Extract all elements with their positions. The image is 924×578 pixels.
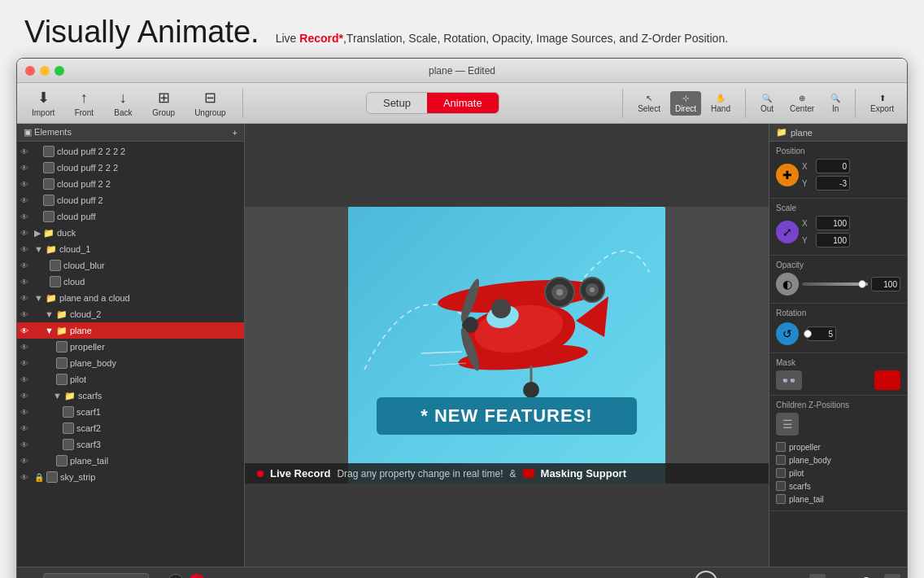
scale-x-input[interactable] (816, 216, 850, 230)
list-item[interactable]: 👁 plane_tail (17, 453, 244, 469)
scale-icon-button[interactable]: ⤢ (776, 221, 799, 243)
list-item[interactable]: 👁 ▼ 📁 cloud_2 (17, 306, 244, 322)
center-button[interactable]: ⊕ Center (785, 91, 819, 116)
import-button[interactable]: ⬇ Import (25, 85, 61, 120)
timeline-close-button[interactable]: ✕ (24, 576, 38, 579)
list-item[interactable]: 👁 cloud_blur (17, 257, 244, 274)
visibility-icon[interactable]: 👁 (20, 245, 32, 254)
list-item[interactable]: 👁 cloud puff 2 2 (17, 176, 244, 192)
scale-x-row: X (802, 216, 900, 230)
mask-color-swatch[interactable] (874, 370, 900, 390)
list-item[interactable]: 👁 ▼ 📁 scarfs (17, 388, 244, 404)
rotation-slider-thumb[interactable] (804, 330, 812, 338)
position-icon-button[interactable]: ✚ (776, 164, 799, 186)
group-button[interactable]: ⊞ Group (146, 85, 181, 120)
opacity-input[interactable] (871, 277, 900, 291)
direct-tool[interactable]: ⊹ Direct (670, 91, 701, 116)
list-item[interactable]: 👁 ▶ 📁 duck (17, 225, 244, 241)
z-item[interactable]: plane_body (776, 453, 900, 466)
list-item[interactable]: 👁 propeller (17, 339, 244, 355)
visibility-icon[interactable]: 👁 (20, 473, 32, 482)
list-item[interactable]: 👁 🔒 sky_strip (17, 469, 244, 485)
visibility-icon[interactable]: 👁 (20, 294, 32, 303)
z-item[interactable]: pilot (776, 466, 900, 479)
record-button[interactable] (189, 574, 205, 579)
play-button[interactable]: ▶ (695, 571, 717, 579)
scale-y-input[interactable] (816, 233, 850, 247)
list-item[interactable]: 👁 cloud puff 2 2 2 (17, 160, 244, 176)
rotation-icon-button[interactable]: ↺ (776, 322, 799, 345)
mask-icon[interactable]: 👓 (776, 370, 802, 390)
visibility-icon[interactable]: 👁 (20, 359, 32, 368)
visibility-icon[interactable]: 👁 (20, 408, 32, 417)
zoom-in-timeline-button[interactable]: + (884, 574, 900, 579)
item-label: cloud_1 (59, 244, 91, 254)
position-y-input[interactable] (816, 176, 850, 190)
window-buttons (25, 66, 64, 76)
zoom-out-timeline-button[interactable]: − (809, 574, 826, 579)
keyframe-diamond-button[interactable]: ◇ (154, 576, 163, 579)
visibility-icon[interactable]: 👁 (20, 375, 32, 384)
list-item[interactable]: 👁 cloud (17, 274, 244, 290)
list-item-plane[interactable]: 👁 ▼ 📁 plane (17, 322, 244, 339)
list-item[interactable]: 👁 scarf1 (17, 404, 244, 420)
ungroup-button[interactable]: ⊟ Ungroup (188, 85, 232, 120)
visibility-icon[interactable]: 👁 (20, 229, 32, 238)
list-item[interactable]: 👁 cloud puff 2 2 2 2 (17, 143, 244, 160)
record-text: Record* (299, 32, 343, 45)
opacity-icon-button[interactable]: ◐ (776, 273, 799, 296)
list-item[interactable]: 👁 cloud puff (17, 208, 244, 225)
elements-add-icon[interactable]: + (233, 128, 238, 138)
list-item[interactable]: 👁 cloud puff 2 (17, 192, 244, 208)
canvas-frame[interactable]: * NEW FEATURES! (348, 207, 665, 484)
visibility-icon[interactable]: 👁 (20, 457, 32, 466)
visibility-icon[interactable]: 👁 (20, 392, 32, 401)
list-item[interactable]: 👁 ▼ 📁 cloud_1 (17, 241, 244, 257)
list-item[interactable]: 👁 pilot (17, 371, 244, 388)
zoom-in-button[interactable]: 🔍 In (826, 91, 845, 116)
canvas-area[interactable]: * NEW FEATURES! Live Record Drag any pro… (245, 207, 769, 484)
item-label: cloud puff (57, 212, 96, 221)
z-item[interactable]: plane_tail (776, 493, 900, 506)
zoom-out-button[interactable]: 🔍 Out (756, 91, 778, 116)
z-order-icon[interactable]: ☰ (776, 413, 799, 436)
select-tool[interactable]: ↖ Select (633, 91, 665, 116)
visibility-icon[interactable]: 👁 (20, 343, 32, 352)
minimize-button[interactable] (40, 66, 50, 76)
visibility-icon[interactable]: 👁 (20, 180, 32, 189)
z-item[interactable]: propeller (776, 440, 900, 453)
position-x-input[interactable] (816, 159, 850, 173)
maximize-button[interactable] (54, 66, 64, 76)
visibility-icon[interactable]: 👁 (20, 196, 32, 205)
front-button[interactable]: ↑ Front (68, 86, 100, 120)
z-item[interactable]: scarfs (776, 479, 900, 493)
list-item[interactable]: 👁 scarf2 (17, 420, 244, 436)
list-item[interactable]: 👁 scarf3 (17, 436, 244, 453)
opacity-slider[interactable] (802, 282, 868, 286)
visibility-icon[interactable]: 👁 (20, 326, 32, 335)
visibility-icon[interactable]: 👁 (20, 212, 32, 221)
position-x-row: X (802, 159, 900, 173)
visibility-icon[interactable]: 👁 (20, 147, 32, 156)
skip-back-button[interactable]: ⏮ (677, 576, 688, 579)
animate-mode-button[interactable]: Animate (427, 93, 499, 113)
visibility-icon[interactable]: 👁 (20, 424, 32, 433)
visibility-icon[interactable]: 👁 (20, 278, 32, 287)
hand-tool[interactable]: ✋ Hand (706, 91, 735, 116)
visibility-icon[interactable]: 👁 (20, 164, 32, 173)
export-button[interactable]: ⬆ Export (865, 91, 899, 116)
close-button[interactable] (25, 66, 35, 76)
path-selector[interactable]: plane flight path (43, 573, 149, 579)
visibility-icon[interactable]: 👁 (20, 261, 32, 270)
list-item[interactable]: 👁 plane_body (17, 355, 244, 371)
visibility-icon[interactable]: 👁 (20, 440, 32, 449)
skip-forward-button[interactable]: ⏭ (724, 576, 735, 579)
scale-section: Scale ⤢ X Y (769, 199, 907, 256)
list-item[interactable]: 👁 ▼ 📁 plane and a cloud (17, 290, 244, 306)
back-button[interactable]: ↓ Back (107, 86, 139, 120)
item-label: duck (57, 228, 76, 238)
setup-mode-button[interactable]: Setup (367, 93, 427, 113)
curve-button[interactable] (168, 574, 184, 579)
visibility-icon[interactable]: 👁 (20, 310, 32, 319)
opacity-slider-thumb[interactable] (858, 280, 866, 288)
